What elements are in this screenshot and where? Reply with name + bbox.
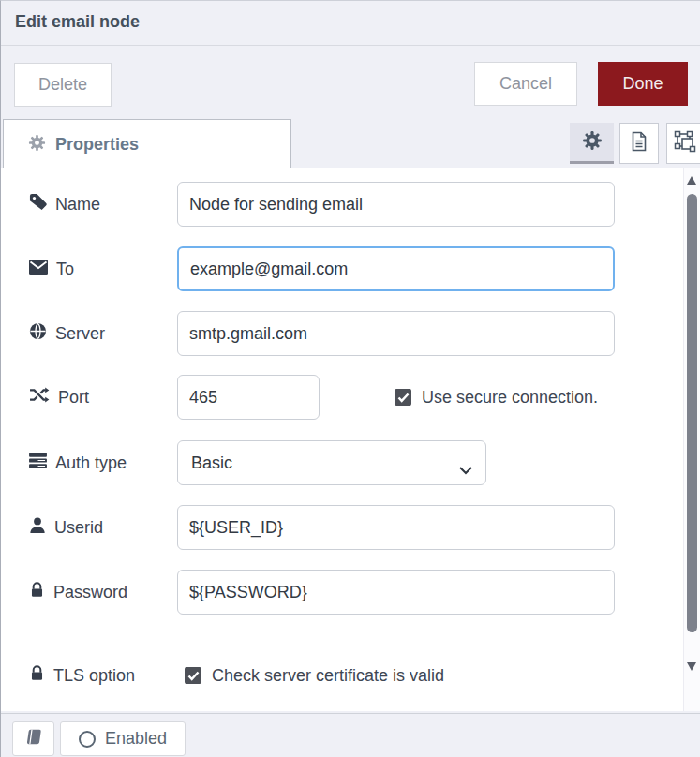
tls-verify-checkbox[interactable] [185,667,201,684]
gear-icon [28,134,46,156]
to-input[interactable] [177,246,615,291]
name-row: Name [29,182,644,227]
scroll-down-arrow[interactable] [687,662,696,671]
port-input[interactable] [177,375,320,420]
list-icon [29,453,47,473]
secure-connection-checkbox[interactable] [395,389,411,406]
auth-type-label: Auth type [29,453,177,473]
delete-button[interactable]: Delete [14,63,112,107]
edit-email-node-dialog: Edit email node Delete Cancel Done Prope… [0,0,700,757]
dialog-title: Edit email node [15,12,140,32]
scroll-up-arrow[interactable] [687,176,696,185]
appearance-view-button[interactable] [666,123,700,164]
globe-icon [29,322,47,345]
tls-verify-label: Check server certificate is valid [212,666,444,686]
lock-icon [29,581,45,603]
circle-icon [79,731,96,748]
node-help-button[interactable] [12,721,54,756]
userid-input[interactable] [177,505,615,550]
document-icon [630,131,648,156]
scrollbar-thumb[interactable] [687,194,697,632]
server-row: Server [29,311,644,356]
name-label: Name [29,193,177,215]
userid-row: Userid [29,505,644,550]
auth-type-row: Auth type Basic [29,440,644,485]
name-input[interactable] [177,182,615,227]
tag-icon [29,193,47,215]
enabled-toggle-button[interactable]: Enabled [60,721,186,756]
auth-type-select[interactable]: Basic [177,440,486,485]
userid-label: Userid [29,516,177,539]
shuffle-icon [29,386,50,408]
book-icon [25,728,42,750]
secure-connection-label: Use secure connection. [422,388,598,408]
server-input[interactable] [177,311,615,356]
password-input[interactable] [177,570,615,615]
chevron-down-icon [459,460,472,480]
description-view-button[interactable] [619,123,659,164]
selection-icon [674,130,696,156]
to-row: To [29,246,644,291]
user-icon [29,516,46,539]
tab-properties[interactable]: Properties [3,119,291,169]
enabled-label: Enabled [105,729,167,749]
tls-label: TLS option [29,664,177,687]
tab-bar: Properties [1,117,700,169]
envelope-icon [29,260,48,279]
password-label: Password [29,581,177,603]
form-scrollbar[interactable] [683,168,700,711]
lock-icon [29,664,45,687]
port-row: Port Use secure connection. [29,375,644,420]
server-label: Server [29,322,177,345]
cancel-button[interactable]: Cancel [474,62,577,106]
properties-view-button[interactable] [570,123,614,164]
properties-form: Name To Server Port [1,168,700,711]
done-button[interactable]: Done [598,62,688,106]
port-label: Port [29,386,177,408]
dialog-footer: Enabled [1,713,700,757]
dialog-header: Edit email node [1,1,700,46]
tls-row: TLS option Check server certificate is v… [29,653,644,698]
tab-properties-label: Properties [55,135,139,155]
gear-icon [582,130,603,155]
password-row: Password [29,570,644,615]
to-label: To [29,260,177,279]
